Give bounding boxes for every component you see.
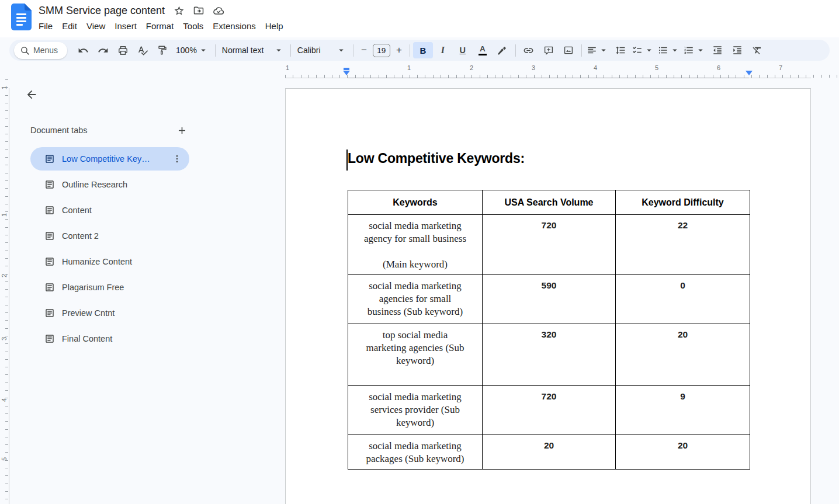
spellcheck-button[interactable] xyxy=(133,42,152,58)
underline-button[interactable]: U xyxy=(453,42,473,58)
table-header-cell[interactable]: Keywords xyxy=(348,190,483,215)
back-button[interactable] xyxy=(23,86,40,103)
sidebar-tab[interactable]: Final Content xyxy=(30,327,189,350)
search-volume-cell[interactable]: 720 xyxy=(483,386,616,435)
back-arrow-icon xyxy=(25,88,38,101)
search-volume-cell[interactable]: 320 xyxy=(483,324,616,386)
document-page[interactable]: Low Competitive Keywords: KeywordsUSA Se… xyxy=(285,88,811,504)
document-tab-icon xyxy=(44,282,55,293)
keywords-table: KeywordsUSA Search VolumeKeyword Difficu… xyxy=(348,190,750,470)
checklist-select[interactable] xyxy=(630,42,656,58)
print-button[interactable] xyxy=(113,42,133,58)
sidebar-tab[interactable]: Preview Cntnt xyxy=(30,301,189,325)
keyword-cell[interactable]: social media marketing agency for small … xyxy=(348,215,483,275)
move-folder-icon[interactable] xyxy=(193,5,204,16)
google-docs-logo-icon[interactable] xyxy=(11,4,32,30)
sidebar-tab[interactable]: Content 2 xyxy=(30,224,189,248)
menu-item[interactable]: View xyxy=(82,19,110,33)
indent-icon xyxy=(732,45,743,55)
font-select[interactable]: Calibri xyxy=(294,42,350,58)
undo-button[interactable] xyxy=(73,42,93,58)
ruler-number: 1 xyxy=(286,64,289,71)
difficulty-cell[interactable]: 22 xyxy=(616,215,750,275)
highlight-icon xyxy=(497,46,507,55)
menus-label: Menus xyxy=(33,46,58,55)
italic-button[interactable]: I xyxy=(433,42,453,58)
menu-item[interactable]: File xyxy=(34,19,57,33)
menu-item[interactable]: Extensions xyxy=(208,19,260,33)
paint-format-button[interactable] xyxy=(152,42,172,58)
menu-item[interactable]: Tools xyxy=(178,19,208,33)
keyword-cell[interactable]: social media marketing agencies for smal… xyxy=(348,275,483,324)
zoom-select[interactable]: 100% xyxy=(172,42,212,58)
keyword-cell[interactable]: social media marketing packages (Sub key… xyxy=(348,435,483,470)
bullet-list-select[interactable] xyxy=(656,42,682,58)
cloud-saved-icon[interactable] xyxy=(213,5,224,16)
tab-options-icon[interactable] xyxy=(172,154,182,164)
difficulty-cell[interactable]: 20 xyxy=(616,435,750,470)
sidebar-tab[interactable]: Low Competitive Key… xyxy=(30,147,189,171)
zoom-value: 100% xyxy=(176,46,197,55)
bold-icon: B xyxy=(419,46,426,55)
divider xyxy=(410,44,410,57)
increase-font-size-button[interactable]: + xyxy=(391,42,407,58)
difficulty-cell[interactable]: 0 xyxy=(616,275,750,324)
divider xyxy=(581,44,582,57)
search-volume-cell[interactable]: 720 xyxy=(483,215,616,275)
document-tabs-header: Document tabs xyxy=(30,126,88,135)
menu-item[interactable]: Help xyxy=(261,19,288,33)
text-color-button[interactable]: A xyxy=(473,42,493,58)
line-spacing-button[interactable] xyxy=(611,42,630,58)
bold-button[interactable]: B xyxy=(413,42,433,58)
menu-item[interactable]: Format xyxy=(141,19,179,33)
redo-button[interactable] xyxy=(93,42,113,58)
ruler-number: 7 xyxy=(779,64,782,71)
table-row: social media marketing services provider… xyxy=(348,386,750,435)
tab-label: Low Competitive Key… xyxy=(62,154,172,164)
decrease-font-size-button[interactable]: − xyxy=(356,42,372,58)
paragraph-style-select[interactable]: Normal text xyxy=(219,42,287,58)
spellcheck-icon xyxy=(137,45,148,56)
right-indent-marker[interactable] xyxy=(746,71,753,75)
table-header-cell[interactable]: Keyword Difficulty xyxy=(616,190,750,215)
insert-image-button[interactable] xyxy=(559,42,578,58)
add-tab-button[interactable] xyxy=(174,123,189,138)
clear-formatting-button[interactable] xyxy=(747,42,767,58)
divider xyxy=(290,44,291,57)
star-icon[interactable] xyxy=(173,5,185,16)
highlight-color-button[interactable] xyxy=(493,42,512,58)
add-comment-button[interactable] xyxy=(539,42,559,58)
ruler-number: 3 xyxy=(1,334,8,343)
menus-search-button[interactable]: Menus xyxy=(14,42,67,59)
sidebar-tab[interactable]: Outline Research xyxy=(30,173,189,196)
table-header-cell[interactable]: USA Search Volume xyxy=(483,190,616,215)
align-left-icon xyxy=(587,45,597,55)
insert-link-button[interactable] xyxy=(519,42,539,58)
decrease-indent-button[interactable] xyxy=(708,42,727,58)
document-title[interactable]: SMM Service page content xyxy=(39,5,165,17)
sidebar-tab[interactable]: Plagarisum Free xyxy=(30,276,189,299)
increase-indent-button[interactable] xyxy=(727,42,747,58)
first-line-indent-marker[interactable] xyxy=(344,68,349,70)
keyword-cell[interactable]: top social media marketing agencies (Sub… xyxy=(348,324,483,386)
search-volume-cell[interactable]: 20 xyxy=(483,435,616,470)
insert-image-icon xyxy=(563,45,574,55)
numbered-list-select[interactable] xyxy=(682,42,708,58)
search-volume-cell[interactable]: 590 xyxy=(483,275,616,324)
difficulty-cell[interactable]: 9 xyxy=(616,386,750,435)
sidebar-tab[interactable]: Content xyxy=(30,199,189,222)
ruler-number: 2 xyxy=(1,271,8,280)
table-body: social media marketing agency for small … xyxy=(348,215,750,470)
document-tab-icon xyxy=(44,179,55,190)
font-size-input[interactable]: 19 xyxy=(373,44,390,57)
sidebar-tab[interactable]: Humanize Content xyxy=(30,250,189,273)
keyword-cell[interactable]: social media marketing services provider… xyxy=(348,386,483,435)
menu-item[interactable]: Edit xyxy=(57,19,82,33)
difficulty-cell[interactable]: 20 xyxy=(616,324,750,386)
chevron-down-icon xyxy=(273,45,284,55)
document-heading[interactable]: Low Competitive Keywords: xyxy=(348,151,525,166)
ruler-number: 4 xyxy=(1,395,8,405)
menu-item[interactable]: Insert xyxy=(110,19,141,33)
left-indent-marker[interactable] xyxy=(343,68,350,75)
align-select[interactable] xyxy=(585,42,611,58)
